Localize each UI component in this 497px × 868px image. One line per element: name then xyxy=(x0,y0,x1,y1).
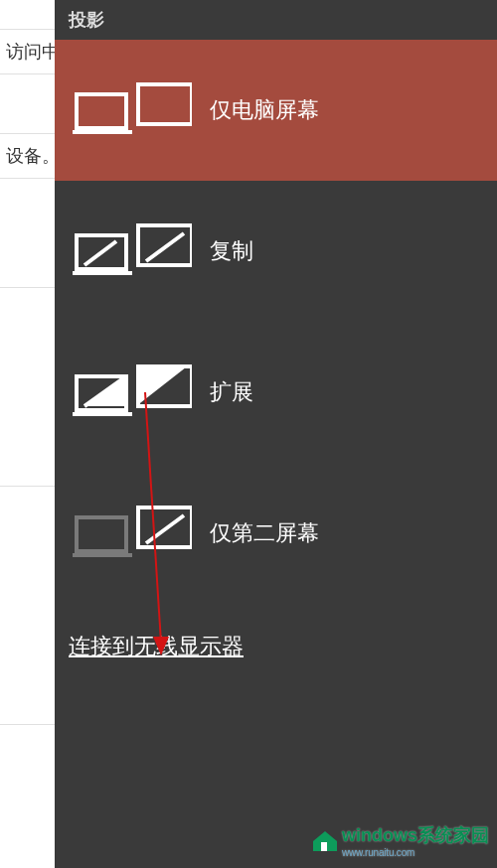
panel-title: 投影 xyxy=(55,0,497,40)
option-duplicate[interactable]: 复制 xyxy=(55,181,497,322)
house-icon xyxy=(311,829,339,853)
wireless-display-link-row: 连接到无线显示器 xyxy=(55,604,497,661)
watermark: windows系统家园 www.runaitu.com xyxy=(311,823,489,858)
svg-rect-9 xyxy=(77,517,126,551)
watermark-brand: windows xyxy=(342,825,417,845)
option-label: 扩展 xyxy=(210,377,253,407)
bg-text-1: 访问中 xyxy=(0,30,60,74)
watermark-url: www.runaitu.com xyxy=(342,847,489,858)
bg-text-2: 设备。 xyxy=(0,134,60,179)
option-second-screen-only[interactable]: 仅第二屏幕 xyxy=(55,463,497,604)
option-pc-screen-only[interactable]: 仅电脑屏幕 xyxy=(55,40,497,181)
svg-rect-14 xyxy=(321,842,327,851)
option-label: 复制 xyxy=(210,236,253,266)
second-screen-only-icon xyxy=(73,504,192,563)
project-panel: 投影 仅电脑屏幕 xyxy=(55,0,497,868)
connect-wireless-display-link[interactable]: 连接到无线显示器 xyxy=(69,634,244,658)
background-page: 访问中 设备。 xyxy=(0,0,60,868)
duplicate-icon xyxy=(73,221,192,281)
pc-screen-only-icon xyxy=(73,80,192,140)
svg-rect-2 xyxy=(138,84,192,124)
option-extend[interactable]: 扩展 xyxy=(55,322,497,463)
extend-icon xyxy=(73,362,192,422)
watermark-suffix: 系统家园 xyxy=(417,825,489,845)
option-label: 仅第二屏幕 xyxy=(210,518,319,548)
option-label: 仅电脑屏幕 xyxy=(210,95,319,125)
svg-rect-0 xyxy=(77,94,126,128)
